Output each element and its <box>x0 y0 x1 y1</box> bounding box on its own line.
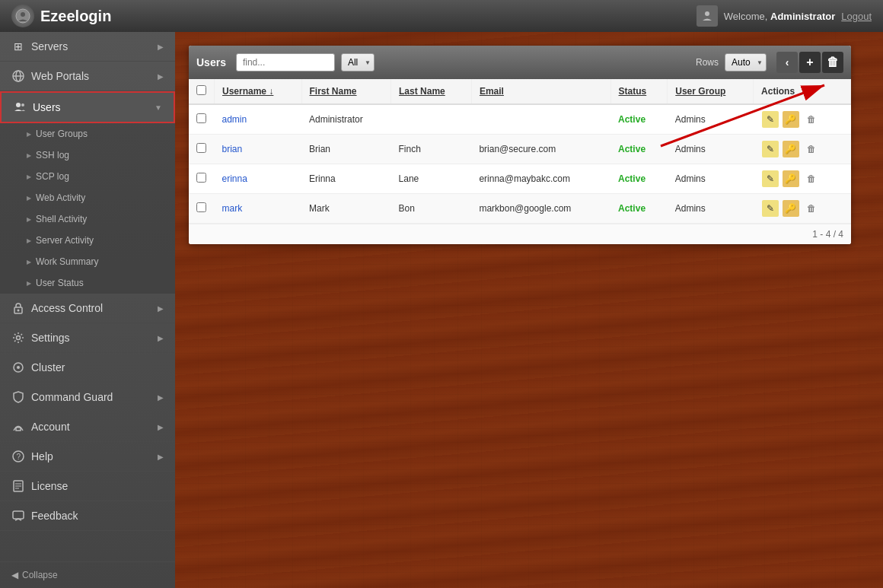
admin-username: Administrator <box>770 11 835 22</box>
row-checkbox[interactable] <box>196 202 206 212</box>
logout-link[interactable]: Logout <box>841 11 872 22</box>
select-all-checkbox[interactable] <box>196 85 206 95</box>
users-filter-select[interactable]: All <box>341 53 375 72</box>
row-actions: ✎ 🔑 🗑 <box>754 104 851 135</box>
users-toolbar: Users All Rows Auto ‹ + 🗑 <box>189 46 851 79</box>
sidebar-item-web-portals[interactable]: Web Portals ▶ <box>0 62 175 91</box>
sidebar-label-access-control: Access Control <box>31 302 158 314</box>
sidebar-item-scp-log[interactable]: SCP log <box>0 166 175 187</box>
sidebar-item-web-activity[interactable]: Web Activity <box>0 187 175 208</box>
filter-select-wrapper: All <box>341 53 375 72</box>
users-panel-title: Users <box>196 56 226 68</box>
sidebar-label-help: Help <box>31 450 158 462</box>
edit-action-btn[interactable]: ✎ <box>762 111 779 128</box>
row-checkbox-cell <box>189 135 215 164</box>
row-first-name: Erinna <box>301 164 391 194</box>
sidebar-item-cluster[interactable]: Cluster <box>0 353 175 383</box>
sidebar-item-user-status[interactable]: User Status <box>0 272 175 294</box>
help-icon: ? <box>11 450 25 463</box>
sidebar-item-help[interactable]: ? Help ▶ <box>0 442 175 472</box>
delete-action-btn[interactable]: 🗑 <box>803 170 820 187</box>
user-group-sort-link[interactable]: User Group <box>675 86 725 97</box>
back-button[interactable]: ‹ <box>776 52 798 73</box>
delete-action-btn[interactable]: 🗑 <box>803 141 820 157</box>
col-username[interactable]: Username ↓ <box>215 79 302 104</box>
sidebar-item-servers[interactable]: ⊞ Servers ▶ <box>0 32 175 62</box>
row-username[interactable]: admin <box>215 104 302 135</box>
col-email[interactable]: Email <box>471 79 610 104</box>
help-arrow: ▶ <box>158 453 164 461</box>
header-right: Welcome, Administrator Logout <box>697 5 872 27</box>
key-action-btn[interactable]: 🔑 <box>783 200 799 217</box>
sidebar-item-shell-activity[interactable]: Shell Activity <box>0 208 175 230</box>
access-control-arrow: ▶ <box>158 304 164 313</box>
sidebar-label-cluster: Cluster <box>31 361 164 373</box>
license-icon <box>11 479 25 493</box>
svg-text:?: ? <box>17 453 21 461</box>
sidebar-item-users[interactable]: Users ▼ <box>0 91 175 123</box>
status-sort-link[interactable]: Status <box>619 86 647 97</box>
user-icon <box>697 5 718 27</box>
command-guard-arrow: ▶ <box>158 393 164 402</box>
row-username[interactable]: brian <box>215 135 302 164</box>
last-name-sort-link[interactable]: Last Name <box>399 86 445 97</box>
key-action-btn[interactable]: 🔑 <box>783 111 799 128</box>
delete-action-btn[interactable]: 🗑 <box>803 200 820 217</box>
key-action-btn[interactable]: 🔑 <box>783 141 799 157</box>
edit-action-btn[interactable]: ✎ <box>762 200 779 217</box>
row-checkbox[interactable] <box>196 113 206 123</box>
sidebar-item-user-groups[interactable]: User Groups <box>0 123 175 145</box>
svg-point-1 <box>21 12 25 17</box>
status-badge: Active <box>618 203 646 214</box>
sidebar-item-account[interactable]: Account ▶ <box>0 412 175 442</box>
sidebar-item-server-activity[interactable]: Server Activity <box>0 230 175 251</box>
sidebar-item-ssh-log[interactable]: SSH log <box>0 145 175 166</box>
settings-icon <box>11 331 25 345</box>
svg-point-7 <box>21 103 24 106</box>
row-status: Active <box>610 135 668 164</box>
delete-user-button[interactable]: 🗑 <box>822 52 843 73</box>
sidebar-item-settings[interactable]: Settings ▶ <box>0 323 175 353</box>
table-header-row: Username ↓ First Name Last Name Email St… <box>189 79 851 104</box>
svg-point-2 <box>705 11 709 16</box>
row-checkbox[interactable] <box>196 173 206 183</box>
users-arrow: ▼ <box>155 103 162 112</box>
key-action-btn[interactable]: 🔑 <box>783 170 799 187</box>
col-last-name[interactable]: Last Name <box>391 79 472 104</box>
sidebar-label-license: License <box>31 480 164 492</box>
sidebar-item-feedback[interactable]: Feedback <box>0 501 175 531</box>
col-status[interactable]: Status <box>610 79 668 104</box>
sidebar-collapse-button[interactable]: ◀ Collapse <box>0 561 175 588</box>
first-name-sort-link[interactable]: First Name <box>310 86 357 97</box>
row-checkbox-cell <box>189 104 215 135</box>
rows-select-wrapper: Auto <box>725 53 767 72</box>
row-checkbox-cell <box>189 194 215 224</box>
col-first-name[interactable]: First Name <box>301 79 391 104</box>
row-status: Active <box>610 164 668 194</box>
row-checkbox[interactable] <box>196 143 206 153</box>
add-user-button[interactable]: + <box>799 52 821 73</box>
rows-select[interactable]: Auto <box>725 53 767 72</box>
servers-arrow: ▶ <box>158 43 164 51</box>
row-username[interactable]: erinna <box>215 164 302 194</box>
app-logo: Ezeelogin <box>11 5 111 27</box>
table-footer: 1 - 4 / 4 <box>189 224 851 244</box>
users-search-input[interactable] <box>236 53 335 72</box>
row-first-name: Brian <box>301 135 391 164</box>
row-user-group: Admins <box>668 164 754 194</box>
account-icon <box>11 420 25 434</box>
email-sort-link[interactable]: Email <box>480 86 504 97</box>
row-username[interactable]: mark <box>215 194 302 224</box>
settings-arrow: ▶ <box>158 334 164 342</box>
username-sort-link[interactable]: Username ↓ <box>222 86 273 97</box>
sidebar-item-license[interactable]: License <box>0 472 175 501</box>
sidebar-item-work-summary[interactable]: Work Summary <box>0 251 175 272</box>
sidebar-item-access-control[interactable]: Access Control ▶ <box>0 294 175 323</box>
col-user-group[interactable]: User Group <box>668 79 754 104</box>
feedback-icon <box>11 509 25 523</box>
row-last-name: Bon <box>391 194 472 224</box>
delete-action-btn[interactable]: 🗑 <box>803 111 820 128</box>
edit-action-btn[interactable]: ✎ <box>762 170 779 187</box>
edit-action-btn[interactable]: ✎ <box>762 141 779 157</box>
sidebar-item-command-guard[interactable]: Command Guard ▶ <box>0 383 175 412</box>
